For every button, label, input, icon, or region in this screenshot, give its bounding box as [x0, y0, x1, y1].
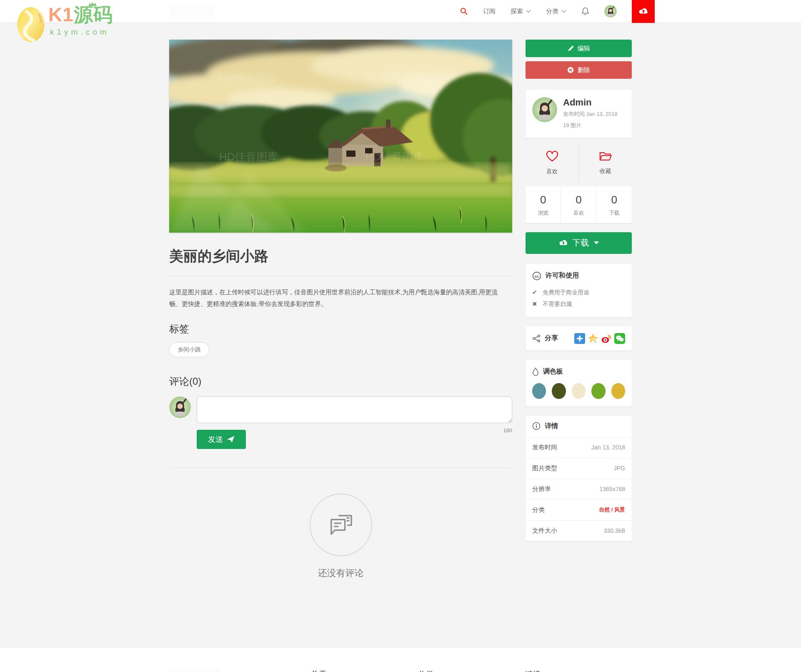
x-icon: ✖ [532, 298, 539, 310]
share-nodes-icon [532, 334, 541, 343]
author-avatar[interactable] [532, 97, 557, 122]
photo-description: 这里是图片描述，在上传时候可以进行填写，佳音图片使用世界前沿的人工智能技术,为用… [169, 286, 503, 310]
nav-item-categories[interactable]: 分类 [546, 8, 566, 15]
bell-icon[interactable] [581, 7, 589, 16]
nav-categories-label: 分类 [546, 8, 558, 15]
stat-downloads-value: 0 [597, 193, 632, 206]
license-commercial: ✔ 免费用于商业用途 [532, 286, 625, 298]
top-navbar: K1源码 k1ym.com 订阅 探索 分类 [0, 0, 801, 23]
footer-categories-title: 分类 [418, 669, 525, 672]
footer-links-title: 链接 [525, 669, 632, 672]
palette-swatch[interactable] [532, 383, 546, 399]
like-label: 喜欢 [526, 168, 578, 176]
detail-row-category: 分类 自然 / 风景 [526, 499, 632, 520]
divider [169, 276, 512, 276]
empty-comments: 还没有评论 [169, 468, 512, 617]
chevron-down-icon [526, 10, 531, 13]
send-label: 发送 [208, 434, 223, 444]
stat-downloads-label: 下载 [597, 209, 632, 217]
main-photo: HD佳音图库 HD佳音图库 HD佳音图库 HD佳音图库 [169, 40, 512, 233]
folder-open-icon [599, 150, 612, 162]
footer-about-title: 关于 [311, 669, 418, 672]
detail-label: 图片类型 [532, 464, 557, 472]
photo-watermark-text: HD佳音图库 [365, 150, 424, 163]
stat-likes: 0 喜欢 [561, 186, 596, 223]
photo-watermark-text: HD佳音图库 [219, 150, 278, 163]
palette-swatch[interactable] [552, 383, 566, 399]
svg-text:cc: cc [535, 273, 539, 278]
detail-row-filesize: 文件大小 330.3kB [526, 520, 632, 541]
droplet-icon [532, 367, 539, 376]
detail-row-published: 发布时间 Jan 13, 2018 [526, 437, 632, 458]
palette-swatch[interactable] [611, 383, 625, 399]
palette-title: 调色板 [543, 367, 563, 376]
detail-value: JPG [614, 465, 625, 471]
circle-x-icon [567, 67, 574, 73]
tags-heading: 标签 [169, 322, 512, 336]
cloud-upload-icon [638, 7, 649, 15]
footer-links-column: 链接 管理面板 我的资料 退出 [525, 669, 632, 672]
nav-logo-placeholder [169, 5, 215, 18]
photo-watermark-text: HD佳音图库 [365, 71, 424, 84]
weibo-icon[interactable] [601, 333, 612, 344]
send-comment-button[interactable]: 发送 [197, 430, 246, 449]
detail-label: 分辨率 [532, 485, 551, 493]
upload-button[interactable] [632, 0, 655, 23]
tag-chip[interactable]: 乡间小路 [169, 342, 209, 357]
empty-comments-label: 还没有评论 [169, 567, 512, 579]
delete-button[interactable]: 删除 [526, 61, 632, 79]
info-icon [532, 422, 541, 430]
stat-downloads: 0 下载 [597, 186, 632, 223]
footer-categories-column: 分类 交通汽车 人物 体育/运动 动物 卫生 / 医疗 城市 浏览所有 → [418, 669, 525, 672]
search-icon[interactable] [460, 7, 468, 15]
license-attribution: ✖ 不需要归属 [532, 298, 625, 310]
author-photo-count: 19 图片 [563, 121, 618, 130]
detail-value-category[interactable]: 自然 / 风景 [599, 506, 625, 514]
caret-down-icon [594, 241, 599, 244]
stats-card: 0 浏览 0 喜欢 0 下载 [526, 186, 632, 223]
watermark-domain: k1ym.com [48, 28, 113, 36]
page-title: 美丽的乡间小路 [169, 247, 512, 266]
wechat-icon[interactable] [614, 333, 625, 344]
comment-input[interactable] [197, 396, 512, 423]
nav-user-avatar[interactable] [604, 5, 617, 18]
download-label: 下载 [572, 237, 589, 248]
cc-license-icon: cc [532, 271, 541, 281]
stat-likes-value: 0 [561, 193, 596, 206]
license-commercial-label: 免费用于商业用途 [543, 286, 589, 298]
comments-heading: 评论(0) [169, 375, 512, 388]
palette-swatch[interactable] [591, 383, 605, 399]
favorite-label: 收藏 [579, 168, 632, 175]
reaction-row: 喜欢 收藏 [526, 144, 632, 181]
stat-likes-label: 喜欢 [561, 209, 596, 217]
detail-row-type: 图片类型 JPG [526, 458, 632, 479]
delete-label: 删除 [578, 66, 590, 74]
author-name[interactable]: Admin [563, 97, 618, 108]
pencil-icon [568, 45, 574, 52]
detail-value: 330.3kB [604, 527, 625, 534]
detail-label: 发布时间 [532, 444, 557, 451]
download-button[interactable]: 下载 [526, 232, 632, 254]
detail-row-resolution: 分辨率 1365x768 [526, 479, 632, 499]
palette-swatch[interactable] [572, 383, 586, 399]
detail-label: 分类 [532, 506, 545, 514]
details-card: 详情 发布时间 Jan 13, 2018 图片类型 JPG 分辨率 1365x7… [526, 416, 632, 541]
nav-item-subscribe[interactable]: 订阅 [483, 8, 496, 15]
paper-plane-icon [227, 435, 235, 443]
site-watermark-logo: K1源码 k1ym.com [16, 5, 113, 43]
share-more-icon[interactable] [574, 333, 585, 344]
edit-label: 编辑 [578, 45, 590, 53]
license-title: 许可和使用 [546, 271, 579, 280]
like-button[interactable]: 喜欢 [526, 144, 579, 181]
nav-item-explore[interactable]: 探索 [511, 8, 531, 15]
egg-logo-icon [16, 5, 46, 43]
license-card: cc 许可和使用 ✔ 免费用于商业用途 ✖ 不需要归属 [526, 264, 632, 317]
cloud-download-icon [558, 239, 568, 247]
check-icon: ✔ [532, 286, 539, 298]
comment-user-avatar [169, 396, 191, 418]
stat-views-value: 0 [526, 193, 561, 206]
favorite-button[interactable]: 收藏 [579, 144, 632, 181]
qzone-icon[interactable] [588, 333, 598, 344]
edit-button[interactable]: 编辑 [526, 40, 632, 57]
watermark-brand: K1源码 [48, 5, 113, 24]
